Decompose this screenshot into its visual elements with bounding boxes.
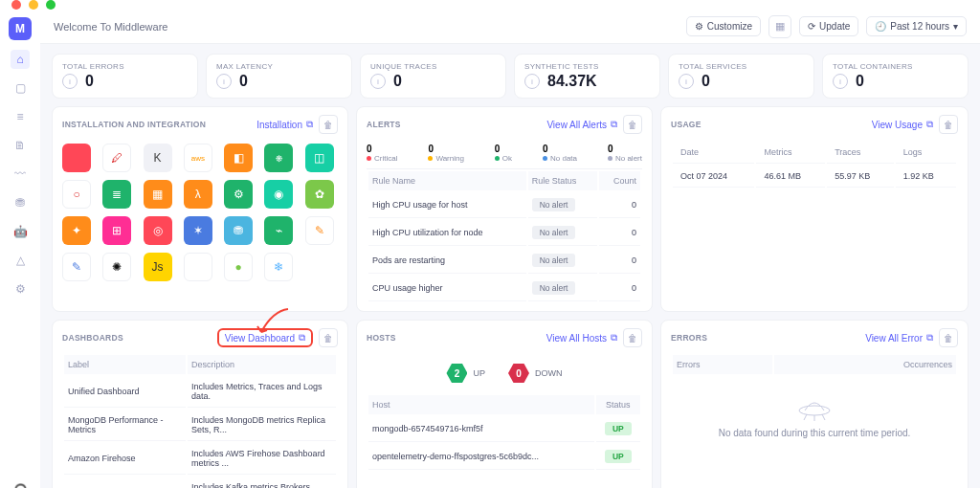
nav-alert-icon[interactable]: △ [11, 251, 30, 270]
nav-gear-icon[interactable]: ⚙ [11, 279, 30, 299]
integration-icon[interactable]: ⛃ [224, 216, 253, 245]
nav-db-icon[interactable]: ⛃ [11, 193, 30, 212]
nav-home-icon[interactable]: ⌂ [11, 50, 30, 69]
alert-row[interactable]: Pods are restartingNo alert0 [368, 248, 640, 274]
update-button[interactable]: ⟳Update [799, 16, 858, 36]
stat-label: SYNTHETIC TESTS [524, 62, 650, 71]
stat-label: TOTAL ERRORS [62, 62, 188, 71]
stat-icon: i [833, 74, 848, 89]
timerange-picker[interactable]: 🕘Past 12 hours▾ [866, 16, 967, 36]
integration-icon[interactable]: ● [224, 253, 253, 281]
install-link[interactable]: Installation ⧉ [256, 119, 313, 130]
hosts-link[interactable]: View All Hosts ⧉ [546, 332, 617, 344]
usage-row: Oct 07 202446.61 MB55.97 KB1.92 KB [673, 166, 956, 188]
integration-icon[interactable]: ⊞ [102, 216, 131, 245]
stat-label: TOTAL SERVICES [679, 62, 804, 71]
errors-link[interactable]: View All Error ⧉ [865, 332, 933, 344]
delete-icon[interactable]: 🗑 [623, 115, 642, 134]
nav-help-icon[interactable]: 🎧 [11, 480, 30, 488]
alert-row[interactable]: High CPU utilization for nodeNo alert0 [368, 220, 640, 246]
alert-row[interactable]: High CPU usage for hostNo alert0 [368, 192, 640, 218]
hosts-title: HOSTS [367, 333, 396, 343]
host-row[interactable]: opentelemetry-demo-ffspostgres-5c6b9dc..… [368, 444, 640, 470]
integration-icon[interactable] [62, 144, 91, 172]
svg-line-3 [822, 414, 825, 420]
delete-icon[interactable]: 🗑 [939, 115, 958, 134]
stat-icon: i [216, 74, 232, 89]
integration-icon[interactable]: ⌁ [264, 216, 293, 245]
usage-link[interactable]: View Usage ⧉ [872, 119, 933, 130]
delete-icon[interactable]: 🗑 [319, 328, 338, 347]
usage-title: USAGE [671, 120, 702, 129]
integration-icon[interactable]: λ [184, 180, 212, 209]
delete-icon[interactable]: 🗑 [623, 328, 642, 347]
integration-icon[interactable]: K [144, 144, 172, 172]
down-hex: 0 [508, 363, 529, 384]
delete-icon[interactable]: 🗑 [939, 328, 958, 347]
integration-icon[interactable]: ○ [62, 180, 91, 209]
stat-card: SYNTHETIC TESTS i84.37K [514, 54, 660, 99]
stat-icon: i [679, 74, 694, 89]
nav-file-icon[interactable]: 🗎 [11, 136, 30, 155]
close-icon[interactable] [11, 0, 21, 10]
integration-icon[interactable]: ✶ [184, 216, 212, 245]
alerts-link[interactable]: View All Alerts ⧉ [546, 119, 617, 130]
col-count: Count [599, 171, 640, 190]
stat-card: TOTAL SERVICES i0 [668, 54, 814, 99]
alert-dist-cell: 0 Ok [495, 144, 512, 163]
sidebar: M ⌂ ▢ ≡ 🗎 〰 ⛃ 🤖 △ ⚙ 🎧 ⎇ ⚙ [0, 10, 40, 488]
alerts-card: ALERTS View All Alerts ⧉ 🗑 0 Critical 0 … [356, 106, 653, 312]
nav-trace-icon[interactable]: 〰 [11, 165, 30, 184]
stat-icon: i [370, 74, 386, 89]
usage-card: USAGE View Usage ⧉ 🗑 Date Metrics Traces… [660, 106, 969, 312]
integration-icon[interactable]: ✦ [62, 216, 91, 245]
nav-app-icon[interactable]: ▢ [11, 78, 30, 98]
integration-icon[interactable]: ▦ [144, 180, 172, 209]
window-titlebar [0, 0, 980, 10]
host-row[interactable]: mongodb-6574549716-kmf5fUP [368, 416, 640, 442]
integration-icon[interactable]: ❄ [264, 253, 293, 281]
dashboard-row[interactable]: Amazon FirehoseIncludes AWS Firehose Das… [64, 443, 336, 475]
errors-title: ERRORS [671, 333, 707, 343]
integration-icon[interactable]: ✎ [305, 216, 334, 245]
nav-bot-icon[interactable]: 🤖 [11, 222, 30, 241]
integration-icon[interactable]: ⚙ [224, 180, 253, 209]
integration-icon[interactable] [184, 253, 212, 281]
integration-icon[interactable]: ✺ [102, 253, 131, 281]
integration-icon[interactable]: ⎈ [264, 144, 293, 172]
col-rule-name: Rule Name [368, 171, 526, 190]
stat-card: MAX LATENCY i0 [206, 54, 352, 99]
integration-icon[interactable]: Js [144, 253, 172, 281]
topbar: Welcome To Middleware ⚙Customize ▦ ⟳Upda… [40, 10, 980, 44]
integration-icon[interactable]: 🖊 [102, 144, 131, 172]
integration-icon[interactable]: ◎ [144, 216, 172, 245]
delete-icon[interactable]: 🗑 [319, 115, 338, 134]
svg-line-1 [804, 414, 807, 420]
dashboards-title: DASHBOARDS [62, 333, 123, 343]
integration-icon[interactable]: ✎ [62, 253, 91, 281]
dashboard-row[interactable]: MongoDB Performance - MetricsIncludes Mo… [64, 410, 336, 441]
stat-card: UNIQUE TRACES i0 [360, 54, 506, 99]
customize-button[interactable]: ⚙Customize [686, 16, 761, 36]
maximize-icon[interactable] [46, 0, 56, 10]
integration-icon[interactable]: aws [184, 144, 212, 172]
integration-icon[interactable]: ◧ [224, 144, 253, 172]
alert-row[interactable]: CPU usage higherNo alert0 [368, 276, 640, 301]
alert-dist-cell: 0 Critical [367, 144, 397, 163]
alert-dist-cell: 0 No data [543, 144, 577, 163]
grid-toggle-button[interactable]: ▦ [768, 15, 791, 38]
nav-list-icon[interactable]: ≡ [11, 107, 30, 126]
stat-label: UNIQUE TRACES [370, 62, 496, 71]
install-card: INSTALLATION AND INTEGRATION Installatio… [52, 106, 348, 312]
integration-icon[interactable]: ◉ [264, 180, 293, 209]
svg-point-0 [799, 406, 830, 415]
app-logo[interactable]: M [9, 17, 32, 40]
dashboard-row[interactable]: Unified DashboardIncludes Metrics, Trace… [64, 376, 336, 408]
integration-icon[interactable]: ✿ [305, 180, 334, 209]
minimize-icon[interactable] [29, 0, 38, 10]
integration-icon[interactable]: ≣ [102, 180, 131, 209]
integration-icon[interactable]: ◫ [305, 144, 334, 172]
dashboard-row[interactable]: KafkaIncludes Kafka metrics Brokers onli… [64, 477, 336, 488]
view-dashboard-link[interactable]: View Dashboard ⧉ [217, 328, 313, 347]
errors-empty-text: No data found during this current time p… [675, 428, 954, 438]
